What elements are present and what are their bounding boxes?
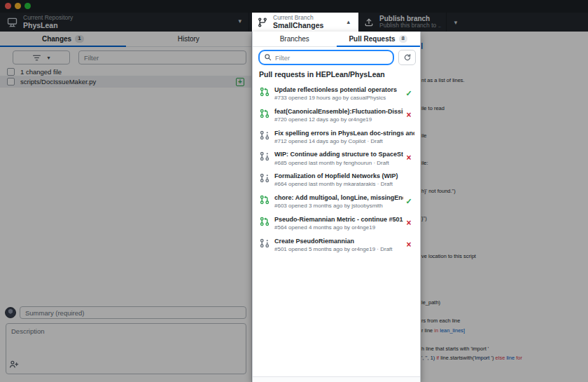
changed-file-row[interactable]: scripts/DocIssueMaker.py + [0,76,251,88]
publish-dropdown-button[interactable]: ▾ [446,13,465,32]
pull-request-meta: #712 opened 14 days ago by Copilot · Dra… [274,137,414,145]
pull-request-title: feat(CanonicalEnsemble):Fluctuation-Diss… [274,107,403,116]
pull-request-filter-input[interactable] [275,54,388,62]
changes-count-badge: 1 [75,35,83,43]
current-branch-button[interactable]: Current Branch SmallChanges ▴ [252,13,358,32]
pull-request-title: chore: Add multigoal, longLine, missingE… [274,193,403,202]
select-all-checkbox[interactable] [7,68,15,76]
pull-request-title: Fix spelling errors in PhysLean doc-stri… [274,129,414,137]
diff-code-line: le_path) [421,299,440,306]
chevron-down-icon: ▾ [454,19,458,26]
foldout-footer [253,376,420,382]
pull-request-meta: #603 opened 3 months ago by jstoobysmith [274,202,403,210]
zoom-button[interactable] [24,3,31,9]
pull-request-row[interactable]: chore: Add multigoal, longLine, missingE… [253,191,420,213]
ci-failure-icon: × [403,107,414,123]
file-checkbox[interactable] [7,78,15,86]
diff-code-line: ve location to this script [421,253,476,260]
add-coauthor-icon[interactable] [9,360,19,369]
pull-request-open-icon [260,109,270,118]
git-branch-icon [258,18,267,27]
tab-changes-label: Changes [42,35,71,43]
pull-request-row[interactable]: WIP: Continue adding structure to SpaceS… [253,148,420,170]
close-button[interactable] [5,3,11,9]
diff-code-line: rs from each line [421,318,460,325]
current-repository-value: PhysLean [23,21,73,29]
app-window: Current Repository PhysLean ▾ Publish br… [0,0,588,382]
pull-request-draft-icon [260,238,270,248]
pull-request-row[interactable]: Formalization of Hopfield Networks (WIP)… [253,170,420,191]
sidebar-tab-bar: Changes 1 History [0,32,251,47]
pull-requests-section-title: Pull requests in HEPLean/PhysLean [259,70,385,79]
pull-request-row[interactable]: Pseudo-Riemannian Metric - continue #501… [253,213,420,235]
tab-pull-requests-label: Pull Requests [349,35,395,43]
pull-request-open-icon [260,195,270,205]
tab-branches-label: Branches [280,35,309,43]
ci-success-icon: ✓ [403,86,414,101]
chevron-down-icon: ▾ [47,55,50,61]
pull-request-draft-icon [260,130,270,140]
funnel-icon [32,54,41,62]
publish-branch-button[interactable]: Publish branch Publish this branch to … [358,13,446,32]
tab-history-label: History [178,35,200,43]
tab-pull-requests[interactable]: Pull Requests 8 [337,32,421,46]
pull-request-draft-icon [260,151,270,161]
pull-request-meta: #564 opened 4 months ago by or4nge19 [274,224,403,231]
ci-failure-icon: × [403,215,414,231]
pull-request-title: WIP: Continue adding structure to SpaceS… [274,150,403,158]
diff-code-line: ile to read [421,105,444,112]
diff-code-line: ▎ [421,43,426,50]
current-branch-label: Current Branch [273,15,323,22]
pull-request-meta: #685 opened last month by fenghourun · D… [274,159,403,167]
pull-request-texts: feat(CanonicalEnsemble):Fluctuation-Diss… [274,107,403,123]
pull-request-draft-icon [260,173,270,183]
pull-request-row[interactable]: Update reflectionless potential operator… [253,83,420,105]
pull-request-list: Update reflectionless potential operator… [253,83,420,256]
diff-code-line: ile [421,132,427,139]
minimize-button[interactable] [15,3,21,9]
branch-foldout-panel: Branches Pull Requests 8 Pul [252,32,421,382]
pull-request-meta: #720 opened 12 days ago by or4nge19 [274,116,403,123]
pull-request-title: Create PseudoRiemannian [274,237,403,245]
refresh-button[interactable] [398,50,416,65]
ci-failure-icon: × [403,237,414,252]
tab-changes[interactable]: Changes 1 [0,32,126,46]
tab-history[interactable]: History [126,32,252,46]
pull-request-texts: WIP: Continue adding structure to SpaceS… [274,150,403,166]
changes-filter-input[interactable] [78,50,246,64]
pull-request-row[interactable]: feat(CanonicalEnsemble):Fluctuation-Diss… [253,105,420,127]
pull-request-row[interactable]: Fix spelling errors in PhysLean doc-stri… [253,127,420,149]
search-icon [264,53,272,62]
upload-icon [364,18,374,27]
pull-request-texts: Pseudo-Riemannian Metric - continue #501… [274,215,403,231]
pull-request-texts: Update reflectionless potential operator… [274,86,403,102]
pull-requests-count-badge: 8 [399,35,407,43]
pull-request-meta: #501 opened 5 months ago by or4nge19 · D… [274,245,403,253]
refresh-icon [403,53,412,62]
file-path: scripts/DocIssueMaker.py [20,78,230,86]
diff-code-line: }") [421,215,427,222]
current-repository-label: Current Repository [23,15,73,22]
pull-request-open-icon [260,217,270,226]
pull-request-filter-field [258,50,394,65]
diff-code-line: h}' not found.") [421,188,456,195]
diff-code-line: r line in lean_lines] [421,327,465,334]
titlebar [0,0,588,13]
pull-request-texts: chore: Add multigoal, longLine, missingE… [274,193,403,210]
diff-code-line: nt as a list of lines. [421,77,465,84]
tab-branches[interactable]: Branches [253,32,337,46]
commit-summary-input[interactable] [20,306,246,319]
current-repository-button[interactable]: Current Repository PhysLean ▾ [0,13,249,32]
changed-files-summary: 1 changed file [20,68,62,76]
pull-request-title: Formalization of Hopfield Networks (WIP) [274,172,414,180]
changes-filter-options-button[interactable]: ▾ [13,50,70,64]
pull-request-texts: Formalization of Hopfield Networks (WIP)… [274,172,414,188]
current-branch-value: SmallChanges [273,21,323,29]
repository-icon [7,17,18,27]
foldout-tab-bar: Branches Pull Requests 8 [253,32,420,47]
commit-description-textarea[interactable] [6,323,246,374]
pull-request-title: Pseudo-Riemannian Metric - continue #501… [274,215,403,224]
pull-request-row[interactable]: Create PseudoRiemannian #501 opened 5 mo… [253,235,420,257]
pull-request-meta: #733 opened 19 hours ago by casualPhysic… [274,94,403,102]
pull-request-texts: Fix spelling errors in PhysLean doc-stri… [274,129,414,145]
